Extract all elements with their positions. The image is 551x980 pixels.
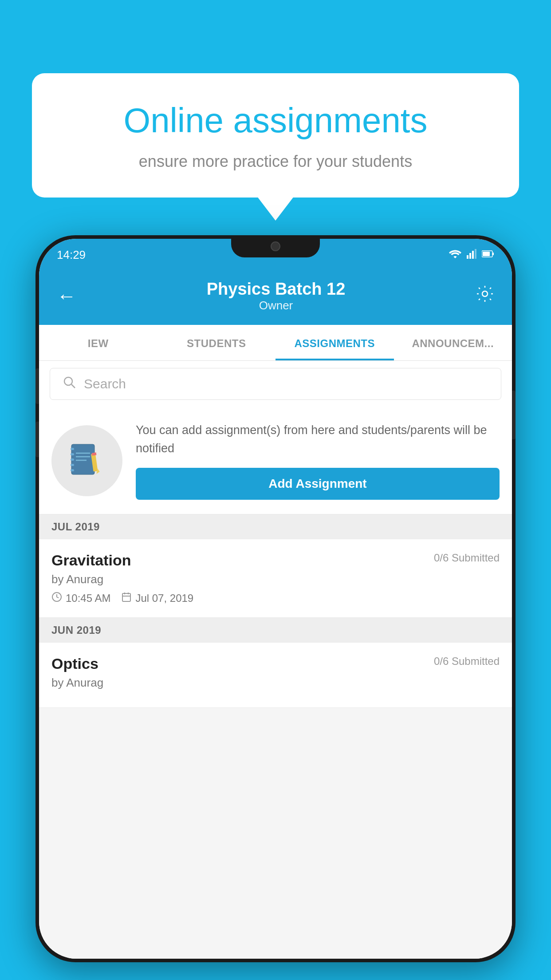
- phone-notch: [231, 235, 320, 257]
- tab-students[interactable]: STUDENTS: [157, 325, 276, 360]
- tabs-bar: IEW STUDENTS ASSIGNMENTS ANNOUNCEM...: [39, 325, 512, 361]
- clock-icon: [51, 592, 62, 605]
- info-description: You can add assignment(s) from here and …: [136, 421, 500, 457]
- phone-camera: [271, 241, 280, 251]
- svg-point-8: [64, 377, 72, 385]
- battery-icon: [482, 250, 494, 260]
- svg-rect-3: [475, 249, 476, 259]
- svg-rect-13: [71, 453, 74, 455]
- month-separator-jul: JUL 2019: [39, 514, 512, 539]
- tab-announcements[interactable]: ANNOUNCEM...: [394, 325, 512, 360]
- app-header: ← Physics Batch 12 Owner: [39, 267, 512, 325]
- signal-icon: [467, 249, 476, 261]
- header-title: Physics Batch 12: [207, 280, 346, 299]
- svg-rect-16: [71, 469, 74, 471]
- svg-line-9: [71, 384, 75, 388]
- svg-rect-6: [483, 252, 490, 256]
- search-icon: [63, 375, 76, 392]
- month-separator-jun: JUN 2019: [39, 618, 512, 643]
- search-bar[interactable]: Search: [50, 368, 501, 400]
- assignment-title: Gravitation: [51, 552, 131, 569]
- back-button[interactable]: ←: [57, 285, 76, 307]
- search-placeholder: Search: [84, 376, 126, 391]
- info-card: You can add assignment(s) from here and …: [39, 407, 512, 514]
- search-container: Search: [39, 361, 512, 407]
- speech-bubble-container: Online assignments ensure more practice …: [32, 73, 519, 198]
- bubble-subtitle: ensure more practice for your students: [67, 152, 484, 171]
- svg-rect-14: [71, 458, 74, 461]
- header-center: Physics Batch 12 Owner: [207, 280, 346, 312]
- svg-rect-10: [71, 444, 94, 474]
- assignment-author-optics: by Anurag: [51, 676, 500, 690]
- screen-content: Search: [39, 361, 512, 959]
- phone-frame: 14:29: [35, 235, 516, 962]
- assignment-title-optics: Optics: [51, 655, 98, 672]
- assignment-header-optics: Optics 0/6 Submitted: [51, 655, 500, 672]
- svg-rect-15: [71, 464, 74, 466]
- svg-rect-12: [71, 448, 74, 450]
- add-assignment-button[interactable]: Add Assignment: [136, 468, 500, 500]
- status-time: 14:29: [57, 248, 86, 262]
- assignment-date: Jul 07, 2019: [135, 592, 193, 605]
- phone-screen: 14:29: [39, 239, 512, 959]
- svg-rect-2: [472, 251, 474, 259]
- status-icons: [449, 249, 494, 261]
- speech-bubble: Online assignments ensure more practice …: [32, 73, 519, 198]
- time-meta: 10:45 AM: [51, 592, 110, 605]
- notebook-icon-circle: [51, 425, 122, 496]
- assignment-submitted: 0/6 Submitted: [434, 552, 500, 564]
- svg-rect-0: [467, 255, 468, 259]
- assignment-author: by Anurag: [51, 573, 500, 586]
- svg-point-7: [482, 291, 488, 296]
- svg-rect-1: [469, 253, 471, 259]
- svg-rect-5: [492, 253, 494, 255]
- settings-button[interactable]: [476, 285, 494, 308]
- assignment-submitted-optics: 0/6 Submitted: [434, 655, 500, 668]
- date-meta: Jul 07, 2019: [121, 592, 193, 605]
- assignment-time: 10:45 AM: [66, 592, 110, 605]
- header-subtitle: Owner: [207, 299, 346, 312]
- notebook-icon: [67, 441, 107, 481]
- assignment-item-gravitation[interactable]: Gravitation 0/6 Submitted by Anurag 10:4…: [39, 539, 512, 618]
- assignment-item-optics[interactable]: Optics 0/6 Submitted by Anurag: [39, 643, 512, 708]
- assignment-meta: 10:45 AM Jul 07, 2019: [51, 592, 500, 605]
- tab-assignments[interactable]: ASSIGNMENTS: [276, 325, 394, 360]
- tab-iew[interactable]: IEW: [39, 325, 157, 360]
- calendar-icon: [121, 592, 132, 605]
- svg-rect-24: [122, 593, 130, 601]
- wifi-icon: [449, 249, 461, 261]
- info-right: You can add assignment(s) from here and …: [136, 421, 500, 500]
- assignment-header: Gravitation 0/6 Submitted: [51, 552, 500, 569]
- bubble-title: Online assignments: [67, 100, 484, 142]
